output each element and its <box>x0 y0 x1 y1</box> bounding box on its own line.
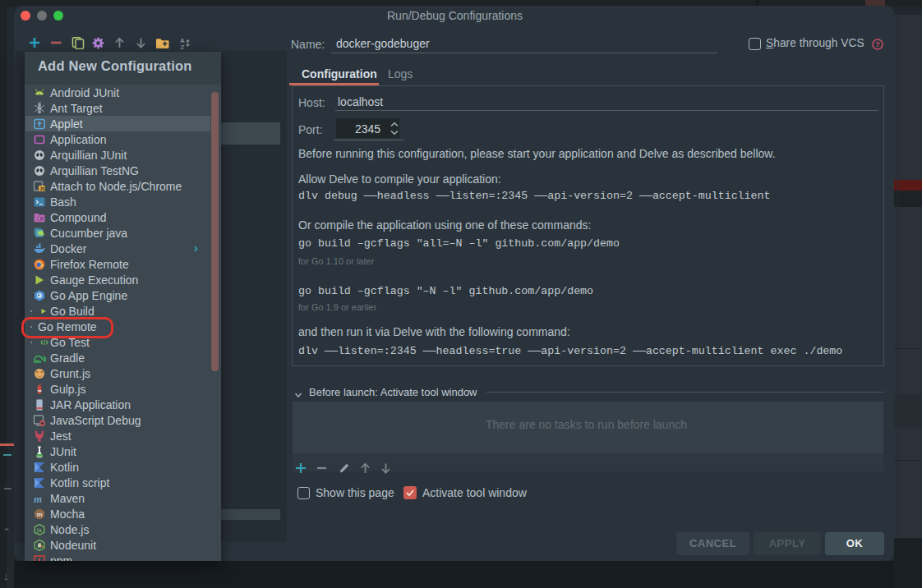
svg-text:js: js <box>36 526 42 533</box>
svg-text:m: m <box>36 511 42 518</box>
svg-text:Z: Z <box>181 44 185 49</box>
svg-text:m: m <box>34 492 42 504</box>
svg-text:?: ? <box>875 39 880 48</box>
svg-text:JS: JS <box>39 186 45 191</box>
